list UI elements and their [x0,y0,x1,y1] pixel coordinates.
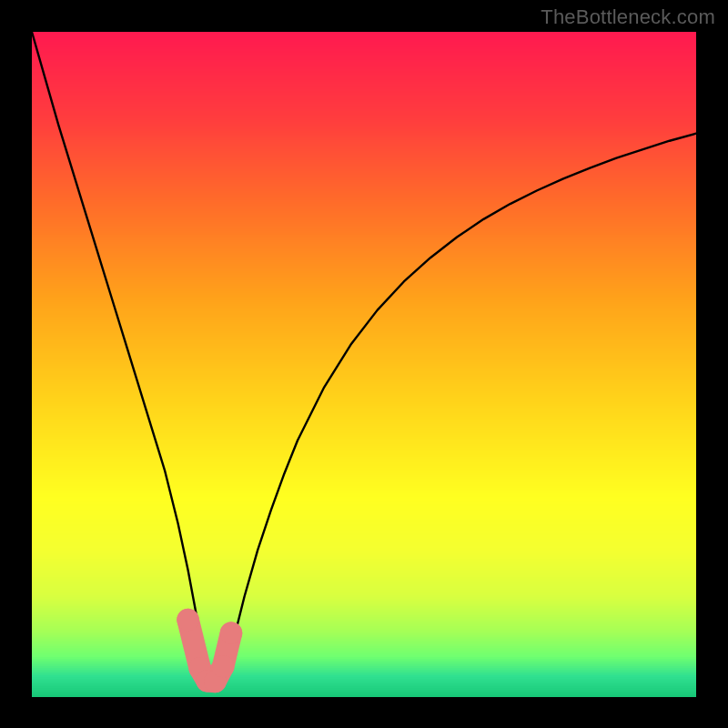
marker-dot [212,655,235,678]
outer-frame: TheBottleneck.com [0,0,728,728]
marker-dot [177,609,199,632]
marker-dot [220,622,243,644]
curve-layer [32,32,696,696]
watermark-text: TheBottleneck.com [541,5,715,29]
bottleneck-curve [32,32,696,682]
plot-area [32,32,696,696]
